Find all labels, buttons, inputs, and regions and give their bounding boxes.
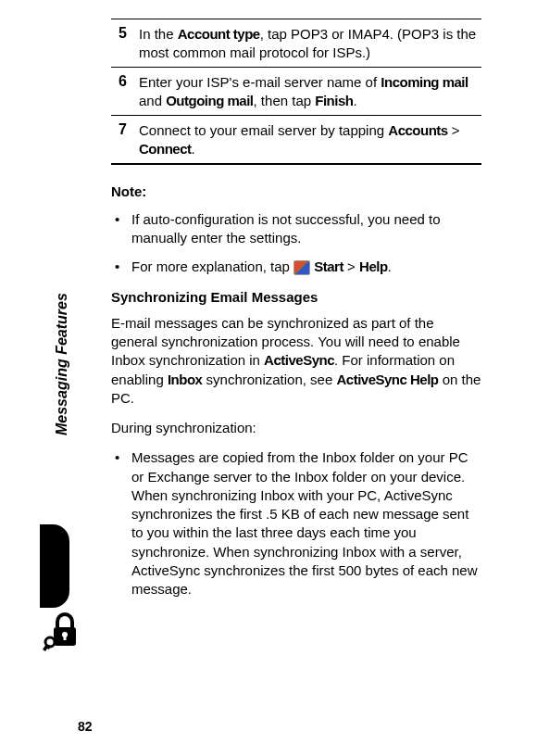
step-number: 7: [111, 121, 139, 158]
security-lock-icon: [41, 607, 87, 653]
note-list: If auto-configuration is not successful,…: [111, 210, 481, 276]
steps-table: 5 In the Account type, tap POP3 or IMAP4…: [111, 19, 481, 165]
step-text: Connect to your email server by tapping …: [139, 121, 481, 158]
step-text: In the Account type, tap POP3 or IMAP4. …: [139, 25, 481, 61]
table-row: 5 In the Account type, tap POP3 or IMAP4…: [111, 19, 481, 67]
table-row: 6 Enter your ISP's e-mail server name of…: [111, 67, 481, 115]
page-number: 82: [78, 719, 93, 734]
sync-list: Messages are copied from the Inbox folde…: [111, 448, 481, 598]
svg-rect-2: [64, 635, 67, 640]
chapter-side-label: Messaging Features: [54, 293, 70, 435]
windows-start-icon: [293, 260, 310, 275]
section-heading: Synchronizing Email Messages: [111, 289, 481, 305]
list-item: Messages are copied from the Inbox folde…: [131, 448, 481, 598]
paragraph: E-mail messages can be synchronized as p…: [111, 314, 481, 408]
step-text: Enter your ISP's e-mail server name of I…: [139, 73, 481, 109]
step-number: 5: [111, 25, 139, 61]
page-thumb-tab: [40, 524, 69, 608]
list-item: For more explanation, tap Start > Help.: [131, 258, 481, 276]
table-row: 7 Connect to your email server by tappin…: [111, 115, 481, 165]
paragraph: During synchronization:: [111, 419, 481, 437]
step-number: 6: [111, 73, 139, 109]
list-item: If auto-configuration is not successful,…: [131, 210, 481, 248]
note-heading: Note:: [111, 183, 481, 199]
